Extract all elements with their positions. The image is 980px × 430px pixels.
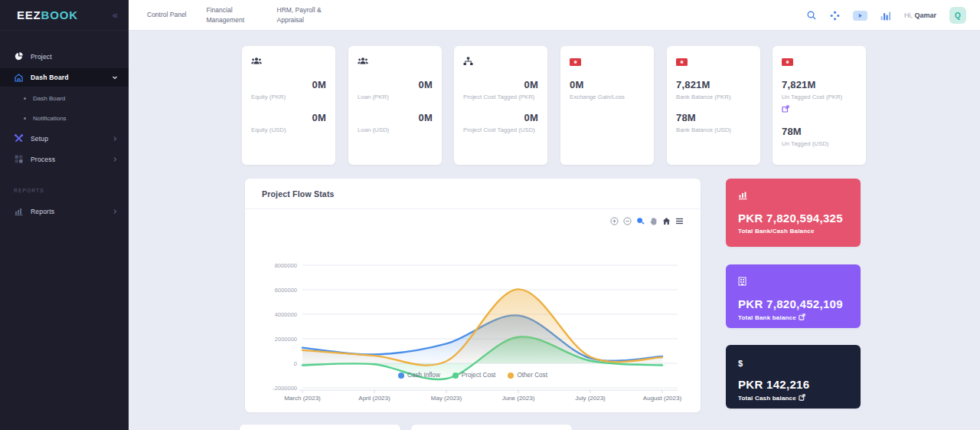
avatar[interactable]: Q — [949, 7, 966, 24]
x-axis-tick-label: August (2023) — [643, 395, 682, 402]
stats-icon[interactable] — [880, 11, 891, 21]
stat-label: Un Tagged Cost (PKR) — [782, 93, 857, 102]
external-link-icon[interactable] — [799, 394, 805, 402]
legend-label: Cash Inflow — [407, 372, 440, 379]
stat-value: 0M — [570, 79, 645, 90]
home-icon[interactable] — [662, 217, 671, 225]
stat-block: 0M Loan (USD) — [358, 112, 433, 135]
users-icon — [358, 57, 368, 67]
stat-block: 78M Bank Balance (USD) — [676, 112, 751, 135]
sidebar-item-label: Setup — [31, 135, 112, 143]
chart-title: Project Flow Stats — [245, 179, 701, 209]
summary-value: PKR 142,216 — [738, 378, 848, 391]
sidebar-section-label: REPORTS — [0, 169, 129, 201]
banknote-icon — [570, 58, 581, 68]
x-axis-tick-label: July (2023) — [575, 395, 606, 402]
users-icon — [251, 57, 262, 67]
stat-value: 0M — [463, 79, 538, 90]
stat-block: 7,821M Bank Balance (PKR) — [676, 79, 751, 102]
summary-label: Total Cash balance — [738, 394, 848, 402]
topbar-tabs: Control Panel Financial Management HRM, … — [129, 5, 328, 25]
summary-value: PKR 7,820,452,109 — [738, 297, 848, 310]
external-link-icon[interactable] — [782, 105, 789, 113]
stat-label: Project Cost Tagged (PKR) — [463, 93, 538, 102]
sidebar-subitem-dashboard[interactable]: Dash Board — [0, 88, 129, 108]
stat-card-exchange-gain-loss: 0M Exchange Gain/Loss — [560, 46, 654, 165]
stat-card-loan: 0M Loan (PKR) 0M Loan (USD) — [348, 46, 442, 165]
stat-label: Project Cost Tagged (USD) — [463, 126, 538, 135]
y-axis-tick-label: 6000000 — [275, 287, 297, 294]
stat-label: Equity (PKR) — [251, 93, 326, 102]
x-axis-tick-label: May (2023) — [431, 395, 462, 402]
user-name: Qamar — [914, 11, 936, 19]
stat-value: 0M — [358, 112, 433, 123]
sidebar-item-project[interactable]: Project — [0, 46, 129, 67]
stat-block: 0M Equity (PKR) — [251, 79, 326, 102]
x-axis-tick-label: June (2023) — [502, 395, 535, 402]
chevron-down-icon — [112, 74, 118, 80]
external-link-icon[interactable] — [799, 313, 805, 322]
legend-dot-icon — [398, 373, 404, 379]
stat-block: 0M Loan (PKR) — [358, 79, 433, 102]
stat-block: 0M Equity (USD) — [251, 112, 326, 135]
user-greeting[interactable]: Hi, Qamar — [904, 11, 936, 19]
x-axis-tick-label: April (2023) — [358, 395, 390, 402]
sidebar-item-setup[interactable]: Setup — [0, 128, 129, 149]
summary-value: PKR 7,820,594,325 — [738, 212, 848, 225]
stat-block: 0M Project Cost Tagged (USD) — [463, 112, 538, 135]
stat-block: 78M Un Tagged (USD) — [782, 126, 857, 149]
stat-value: 7,821M — [782, 79, 857, 90]
app-logo[interactable]: EEZBOOK — [17, 8, 78, 21]
y-axis-tick-label: 4000000 — [275, 311, 297, 318]
tab-control-panel[interactable]: Control Panel — [147, 10, 187, 19]
summary-card-cash-balance: $ PKR 142,216 Total Cash balance — [726, 345, 861, 409]
sidebar-subitem-label: Dash Board — [33, 95, 65, 102]
main-content: 0M Equity (PKR) 0M Equity (USD) 0M Loan … — [129, 31, 980, 430]
stat-value: 7,821M — [676, 79, 751, 90]
y-axis-tick-label: 2000000 — [275, 336, 297, 343]
stat-value: 78M — [782, 126, 857, 137]
zoom-in-icon[interactable] — [610, 217, 619, 225]
sidebar-item-reports[interactable]: Reports — [0, 201, 129, 222]
sidebar-item-dashboard[interactable]: Dash Board — [0, 68, 129, 87]
sidebar-item-label: Process — [31, 156, 112, 163]
video-icon[interactable] — [853, 11, 867, 21]
sidebar-header: EEZBOOK « — [0, 0, 129, 31]
stat-block: 7,821M Un Tagged Cost (PKR) — [782, 79, 857, 116]
legend-dot-icon — [508, 373, 514, 379]
process-icon — [14, 154, 24, 164]
project-flow-stats-card: Project Flow Stats 800000060000004000000… — [245, 179, 701, 412]
sidebar-subitem-notifications[interactable]: Notifications — [0, 108, 129, 128]
chevron-right-icon — [112, 136, 118, 142]
sidebar-item-process[interactable]: Process — [0, 149, 129, 169]
tab-hrm-payroll-appraisal[interactable]: HRM, Payroll & Appraisal — [277, 5, 328, 25]
flow-chart-svg: 80000006000000400000020000000-2000000Mar… — [245, 246, 701, 405]
legend-item[interactable]: Cash Inflow — [398, 372, 440, 379]
legend-item[interactable]: Project Cost — [452, 372, 496, 379]
stat-label: Bank Balance (PKR) — [676, 93, 751, 102]
legend-item[interactable]: Other Cost — [508, 372, 547, 379]
stat-label: Exchange Gain/Loss — [570, 93, 645, 102]
dollar-icon: $ — [738, 359, 743, 368]
search-icon[interactable] — [806, 10, 817, 21]
selection-zoom-icon[interactable] — [636, 217, 645, 225]
chevron-right-icon — [112, 156, 118, 162]
apps-icon[interactable] — [830, 11, 840, 21]
summary-card-bank-cash-balance: PKR 7,820,594,325 Total Bank/Cash Balanc… — [726, 179, 861, 247]
bank-icon — [738, 277, 746, 286]
menu-icon[interactable] — [675, 217, 684, 225]
legend-label: Project Cost — [462, 372, 496, 379]
summary-card-bank-balance: PKR 7,820,452,109 Total Bank balance — [726, 264, 861, 328]
sidebar-collapse-icon[interactable]: « — [113, 10, 118, 20]
stat-label: Loan (USD) — [358, 126, 433, 135]
stat-card-untagged-cost: 7,821M Un Tagged Cost (PKR) 78M Un Tagge… — [773, 46, 866, 165]
stat-label: Loan (PKR) — [358, 93, 433, 102]
chevron-right-icon — [112, 208, 118, 215]
stat-label: Un Tagged (USD) — [782, 140, 857, 149]
tab-financial-management[interactable]: Financial Management — [207, 5, 257, 25]
summary-label: Total Bank balance — [738, 313, 848, 322]
banknote-icon — [676, 58, 688, 68]
zoom-out-icon[interactable] — [623, 217, 632, 225]
stat-label: Equity (USD) — [251, 126, 326, 135]
pan-icon[interactable] — [649, 217, 658, 225]
